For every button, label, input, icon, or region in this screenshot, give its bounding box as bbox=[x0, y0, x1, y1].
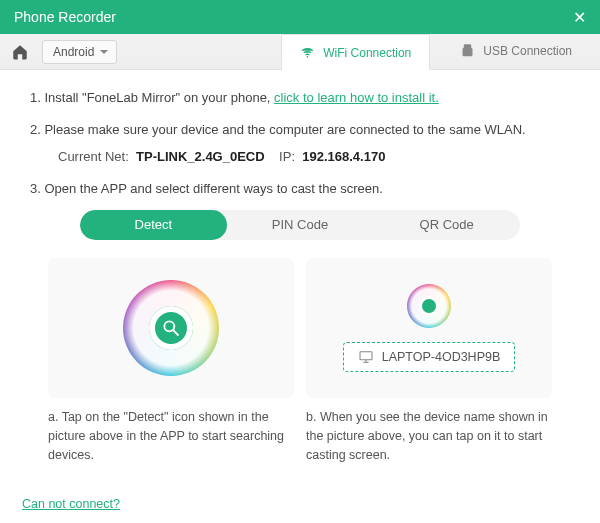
caption-a: a. Tap on the "Detect" icon shown in the… bbox=[48, 408, 294, 464]
network-info: Current Net: TP-LINK_2.4G_0ECD IP: 192.1… bbox=[30, 147, 570, 167]
cannot-connect-link[interactable]: Can not connect? bbox=[22, 497, 120, 511]
captions: a. Tap on the "Detect" icon shown in the… bbox=[48, 408, 552, 464]
titlebar: Phone Recorder ✕ bbox=[0, 0, 600, 34]
tab-detect[interactable]: Detect bbox=[80, 210, 227, 240]
svg-line-4 bbox=[174, 331, 179, 336]
illustrations: LAPTOP-4OD3HP9B bbox=[48, 258, 552, 398]
window-title: Phone Recorder bbox=[14, 9, 116, 25]
close-icon[interactable]: ✕ bbox=[573, 8, 586, 27]
magnifier-icon bbox=[161, 318, 181, 338]
toolbar: Android WiFi Connection USB Connection bbox=[0, 34, 600, 70]
tab-qr-code[interactable]: QR Code bbox=[373, 210, 520, 240]
content: 1. Install "FoneLab Mirror" on your phon… bbox=[0, 70, 600, 474]
home-icon bbox=[11, 43, 29, 61]
tab-label: WiFi Connection bbox=[323, 46, 411, 60]
install-help-link[interactable]: click to learn how to install it. bbox=[274, 90, 439, 105]
monitor-icon bbox=[358, 349, 374, 365]
tab-pin-code[interactable]: PIN Code bbox=[227, 210, 374, 240]
instructions: 1. Install "FoneLab Mirror" on your phon… bbox=[30, 88, 570, 198]
detect-card bbox=[48, 258, 294, 398]
tab-label: USB Connection bbox=[483, 44, 572, 58]
caption-b: b. When you see the device name shown in… bbox=[306, 408, 552, 464]
footer: Can not connect? bbox=[22, 496, 120, 511]
step-2: 2. Please make sure your device and the … bbox=[30, 120, 570, 140]
ip-value: 192.168.4.170 bbox=[302, 149, 385, 164]
device-card: LAPTOP-4OD3HP9B bbox=[306, 258, 552, 398]
wifi-icon bbox=[300, 45, 315, 60]
method-tabs: Detect PIN Code QR Code bbox=[80, 210, 520, 240]
svg-rect-2 bbox=[463, 49, 472, 56]
svg-point-3 bbox=[164, 321, 174, 331]
device-ring-icon bbox=[407, 284, 451, 328]
net-value: TP-LINK_2.4G_0ECD bbox=[136, 149, 265, 164]
svg-rect-5 bbox=[360, 352, 372, 360]
step-1: 1. Install "FoneLab Mirror" on your phon… bbox=[30, 88, 570, 108]
tab-usb-connection[interactable]: USB Connection bbox=[442, 34, 590, 70]
ip-label: IP: bbox=[279, 149, 295, 164]
device-name: LAPTOP-4OD3HP9B bbox=[382, 350, 501, 364]
net-label: Current Net: bbox=[58, 149, 129, 164]
usb-icon bbox=[460, 43, 475, 58]
step-3: 3. Open the APP and select different way… bbox=[30, 179, 570, 199]
search-button-icon bbox=[149, 306, 193, 350]
detect-ring-icon bbox=[123, 280, 219, 376]
device-select[interactable]: Android bbox=[42, 40, 117, 64]
home-button[interactable] bbox=[10, 42, 30, 62]
device-chip: LAPTOP-4OD3HP9B bbox=[343, 342, 516, 372]
device-select-label: Android bbox=[53, 45, 94, 59]
tab-wifi-connection[interactable]: WiFi Connection bbox=[281, 34, 430, 70]
svg-point-0 bbox=[307, 56, 309, 58]
